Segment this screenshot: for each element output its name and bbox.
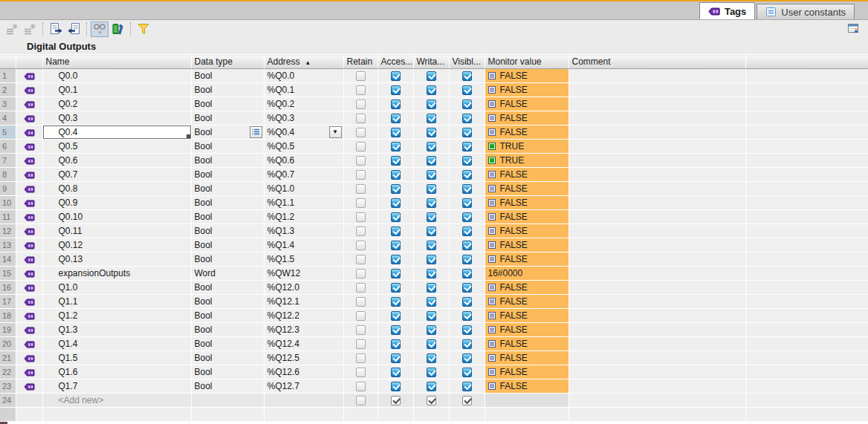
user-table-view-button[interactable]	[844, 21, 862, 36]
header-writable[interactable]: Writa...	[413, 55, 449, 69]
comment-cell[interactable]	[569, 379, 745, 394]
header-retain[interactable]: Retain	[343, 55, 378, 69]
accessible-checkbox[interactable]	[391, 100, 401, 109]
address-cell[interactable]: %Q1.2	[264, 210, 343, 224]
writable-checkbox[interactable]	[427, 100, 436, 109]
writable-checkbox[interactable]	[427, 325, 436, 335]
retain-checkbox[interactable]	[356, 184, 366, 194]
retain-checkbox[interactable]	[356, 339, 366, 349]
writable-checkbox[interactable]	[427, 142, 436, 151]
retain-checkbox[interactable]	[356, 382, 366, 391]
accessible-checkbox[interactable]	[391, 325, 401, 335]
writable-checkbox[interactable]	[427, 283, 436, 293]
name-cell[interactable]: Q0.12	[42, 238, 191, 252]
comment-cell[interactable]	[569, 111, 745, 125]
retain-checkbox[interactable]	[356, 283, 366, 293]
visible-checkbox[interactable]	[462, 85, 472, 95]
row-number-cell[interactable]: 5	[0, 125, 16, 140]
data-type-cell[interactable]: Bool	[191, 140, 264, 154]
visible-checkbox[interactable]	[462, 114, 472, 123]
name-cell[interactable]: Q0.11	[42, 224, 191, 238]
name-cell[interactable]: Q1.5	[42, 351, 191, 365]
accessible-checkbox[interactable]	[391, 212, 401, 222]
address-cell[interactable]: %Q12.7	[264, 379, 343, 394]
name-cell[interactable]: Q0.7	[42, 168, 191, 182]
name-cell[interactable]: Q1.3	[42, 323, 191, 337]
writable-checkbox[interactable]	[427, 71, 436, 81]
name-cell[interactable]: Q1.6	[42, 365, 191, 379]
name-cell[interactable]: Q1.4	[42, 337, 191, 351]
writable-checkbox[interactable]	[427, 255, 436, 264]
address-cell[interactable]: %Q0.6	[264, 154, 343, 168]
data-type-cell[interactable]: Bool	[191, 83, 264, 97]
row-number-cell[interactable]: 17	[0, 295, 16, 309]
address-cell[interactable]: %Q1.0	[264, 182, 343, 196]
visible-checkbox[interactable]	[462, 396, 472, 405]
comment-cell[interactable]	[569, 125, 745, 140]
row-number-cell[interactable]: 12	[0, 224, 16, 238]
name-cell[interactable]: Q0.6	[42, 154, 191, 168]
visible-checkbox[interactable]	[462, 241, 472, 250]
visible-checkbox[interactable]	[462, 100, 472, 109]
writable-checkbox[interactable]	[427, 114, 436, 123]
accessible-checkbox[interactable]	[391, 283, 401, 293]
address-cell[interactable]: %Q12.1	[264, 295, 343, 309]
name-cell[interactable]: Q0.4	[42, 125, 191, 140]
accessible-checkbox[interactable]	[391, 71, 401, 81]
row-number-cell[interactable]: 10	[0, 196, 16, 210]
comment-cell[interactable]	[569, 69, 745, 83]
row-number-cell[interactable]: 14	[0, 252, 16, 267]
comment-cell[interactable]	[569, 168, 745, 182]
name-cell[interactable]: Q1.2	[42, 309, 191, 323]
visible-checkbox[interactable]	[462, 368, 472, 377]
row-number-cell[interactable]: 23	[0, 379, 16, 394]
writable-checkbox[interactable]	[427, 198, 436, 208]
row-number-cell[interactable]: 1	[0, 69, 16, 83]
add-row-button[interactable]	[21, 22, 39, 37]
data-type-cell[interactable]: Bool	[191, 238, 264, 252]
writable-checkbox[interactable]	[427, 184, 436, 194]
visible-checkbox[interactable]	[462, 339, 472, 349]
comment-cell[interactable]	[569, 323, 745, 337]
retain-checkbox[interactable]	[356, 142, 366, 151]
name-cell[interactable]: Q1.0	[42, 281, 191, 295]
data-type-cell[interactable]: Bool	[191, 111, 264, 125]
retain-checkbox[interactable]	[356, 255, 366, 264]
comment-cell[interactable]	[569, 252, 745, 267]
accessible-checkbox[interactable]	[391, 241, 401, 250]
accessible-checkbox[interactable]	[391, 297, 401, 307]
row-number-cell[interactable]: 22	[0, 365, 16, 379]
address-cell[interactable]: %Q12.4	[264, 337, 343, 351]
comment-cell[interactable]	[569, 351, 745, 365]
data-type-cell[interactable]: Bool	[191, 125, 264, 140]
visible-checkbox[interactable]	[462, 170, 472, 180]
address-dropdown-button[interactable]: ▼	[329, 126, 342, 138]
name-cell[interactable]: Q0.13	[42, 252, 191, 267]
data-type-cell[interactable]: Bool	[191, 252, 264, 267]
visible-checkbox[interactable]	[462, 325, 472, 335]
retain-checkbox[interactable]	[356, 198, 366, 208]
name-cell[interactable]: Q0.5	[42, 140, 191, 154]
data-type-cell[interactable]: Bool	[191, 69, 264, 83]
visible-checkbox[interactable]	[462, 198, 472, 208]
accessible-checkbox[interactable]	[391, 339, 401, 349]
data-type-cell[interactable]	[191, 394, 264, 408]
visible-checkbox[interactable]	[462, 269, 472, 278]
data-type-cell[interactable]: Bool	[191, 281, 264, 295]
data-type-cell[interactable]: Bool	[191, 210, 264, 224]
row-number-cell[interactable]: 20	[0, 337, 16, 351]
retain-checkbox[interactable]	[356, 396, 366, 405]
writable-checkbox[interactable]	[427, 297, 436, 307]
name-cell[interactable]: Q0.10	[42, 210, 191, 224]
data-type-list-button[interactable]	[250, 126, 262, 138]
name-edit-field[interactable]: Q0.4	[43, 125, 191, 139]
address-cell[interactable]: %Q0.5	[264, 140, 343, 154]
visible-checkbox[interactable]	[462, 255, 472, 264]
visible-checkbox[interactable]	[462, 311, 472, 321]
writable-checkbox[interactable]	[427, 128, 436, 137]
header-comment[interactable]: Comment	[569, 55, 745, 69]
data-type-cell[interactable]: Bool	[191, 224, 264, 238]
writable-checkbox[interactable]	[427, 241, 436, 250]
comment-cell[interactable]	[569, 309, 745, 323]
writable-checkbox[interactable]	[427, 339, 436, 349]
